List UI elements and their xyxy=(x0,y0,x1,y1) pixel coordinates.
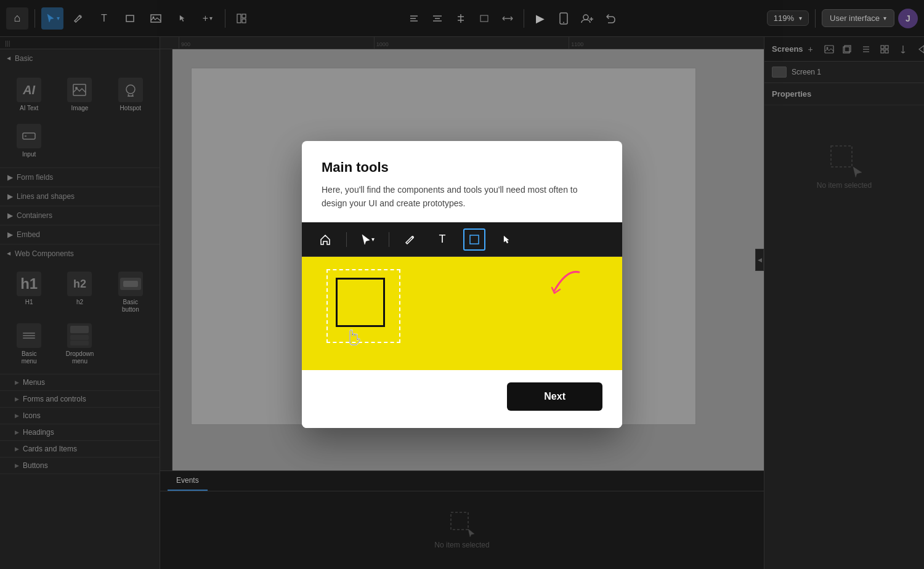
lines-shapes-header[interactable]: ▶ Lines and shapes xyxy=(0,187,160,206)
icons-item[interactable]: ▶ Icons xyxy=(0,408,160,424)
user-avatar[interactable]: J xyxy=(898,9,918,28)
mobile-preview-button[interactable] xyxy=(554,9,573,28)
web-components-label: Web Components xyxy=(15,249,74,258)
next-button[interactable]: Next xyxy=(507,382,602,411)
undo-button[interactable] xyxy=(601,9,620,28)
spread-button[interactable] xyxy=(498,9,517,28)
horizontal-ruler: 900 1000 1100 xyxy=(160,37,764,49)
properties-section: Properties No item selected xyxy=(764,83,924,569)
modal-demo-home-icon xyxy=(314,228,336,251)
more-icon xyxy=(917,45,924,54)
web-components-header[interactable]: ▾ Web Components xyxy=(0,244,160,263)
input-item[interactable]: Input xyxy=(5,119,53,163)
home-button[interactable]: ⌂ xyxy=(6,7,28,30)
more-screens-button[interactable] xyxy=(914,42,924,57)
svg-rect-40 xyxy=(881,46,884,49)
svg-rect-6 xyxy=(242,19,246,23)
forms-controls-label: Forms and controls xyxy=(23,395,86,403)
lines-shapes-section: ▶ Lines and shapes xyxy=(0,187,160,206)
pen-tool-button[interactable] xyxy=(67,7,89,30)
duplicate-screen-button[interactable] xyxy=(840,42,855,57)
toolbar-separator-3 xyxy=(524,9,524,28)
form-fields-label: Form fields xyxy=(17,173,53,182)
list-view-button[interactable] xyxy=(859,42,873,57)
play-button[interactable]: ▶ xyxy=(530,9,550,28)
h2-item[interactable]: h2 h2 xyxy=(55,268,103,317)
add-screen-button[interactable]: + xyxy=(803,42,818,57)
select-tool-button[interactable]: ▾ xyxy=(41,7,63,30)
modal-toolbar-sep1 xyxy=(346,232,347,247)
headings-item[interactable]: ▶ Headings xyxy=(0,424,160,440)
basic-button-icon xyxy=(118,272,143,296)
components-button[interactable] xyxy=(232,7,254,30)
modal-select-svg xyxy=(361,234,371,245)
forms-controls-item[interactable]: ▶ Forms and controls xyxy=(0,391,160,407)
btn-shape xyxy=(120,278,141,290)
forms-controls-section: ▶ Forms and controls xyxy=(0,391,160,408)
rect-tool-button[interactable] xyxy=(119,7,141,30)
add-tool-button[interactable]: + ▾ xyxy=(197,7,219,30)
properties-content: No item selected xyxy=(764,105,924,228)
menus-item[interactable]: ▶ Menus xyxy=(0,374,160,390)
distribute-v-button[interactable] xyxy=(451,9,471,28)
input-icon xyxy=(17,124,41,148)
align-right-icon xyxy=(479,14,490,23)
avatar-initial: J xyxy=(906,14,910,23)
hotspot-label: Hotspot xyxy=(120,105,141,111)
sort-button[interactable] xyxy=(896,42,910,57)
svg-point-29 xyxy=(126,85,135,94)
image-item[interactable]: Image xyxy=(55,73,103,116)
svg-point-34 xyxy=(826,47,828,49)
main-tools-modal[interactable]: Main tools Here, you'll find the compone… xyxy=(302,141,622,429)
embed-header[interactable]: ▶ Embed xyxy=(0,225,160,244)
distribute-v-icon xyxy=(455,14,466,23)
h1-item[interactable]: h1 H1 xyxy=(5,268,53,317)
ruler-mark-1000: 1000 xyxy=(374,37,569,49)
image-icon xyxy=(150,14,161,23)
align-left-button[interactable] xyxy=(404,9,424,28)
buttons-item[interactable]: ▶ Buttons xyxy=(0,458,160,474)
image-tool-button[interactable] xyxy=(145,7,167,30)
zoom-control[interactable]: 119% ▾ xyxy=(767,10,809,26)
lines-shapes-arrow: ▶ xyxy=(7,192,13,201)
form-fields-header[interactable]: ▶ Form fields xyxy=(0,168,160,187)
dropdown-menu-item[interactable]: Dropdownmenu xyxy=(55,320,103,369)
align-right-button[interactable] xyxy=(474,9,494,28)
hotspot-svg xyxy=(124,83,137,97)
svg-rect-46 xyxy=(470,235,479,244)
basic-section-header[interactable]: ▾ Basic xyxy=(0,49,160,68)
dropdown-menu-icon xyxy=(67,323,92,348)
modal-demo-area: ▾ T xyxy=(302,222,622,370)
ui-dropdown[interactable]: User interface ▾ xyxy=(822,9,894,27)
right-panel-collapse-button[interactable]: ◀ xyxy=(755,249,764,271)
screen-1-item[interactable]: Screen 1 xyxy=(764,62,924,83)
modal-demo-select-icon: ▾ xyxy=(357,228,379,251)
embed-section: ▶ Embed xyxy=(0,225,160,244)
buttons-arrow: ▶ xyxy=(15,462,19,469)
h2-label: h2 xyxy=(76,299,83,305)
svg-rect-44 xyxy=(831,146,852,167)
forms-controls-arrow: ▶ xyxy=(15,396,19,402)
add-user-button[interactable] xyxy=(577,9,597,28)
align-center-button[interactable] xyxy=(428,9,447,28)
ai-text-item[interactable]: AI AI Text xyxy=(5,73,53,116)
toolbar-separator-1 xyxy=(34,9,35,28)
headings-arrow: ▶ xyxy=(15,429,19,435)
modal-pen-svg xyxy=(405,234,416,245)
svg-rect-1 xyxy=(126,15,134,22)
collapse-icon: ◀ xyxy=(758,257,762,263)
image-item-label: Image xyxy=(71,105,89,111)
interaction-tool-button[interactable] xyxy=(171,7,193,30)
basic-menu-item[interactable]: Basicmenu xyxy=(5,320,53,369)
svg-rect-4 xyxy=(237,14,241,23)
hand-cursor-svg xyxy=(345,326,363,347)
containers-header[interactable]: ▶ Containers xyxy=(0,206,160,225)
add-image-screen-button[interactable] xyxy=(822,42,837,57)
basic-button-item[interactable]: Basicbutton xyxy=(107,268,155,317)
events-tab[interactable]: Events xyxy=(168,471,208,491)
cards-items-item[interactable]: ▶ Cards and Items xyxy=(0,441,160,457)
text-tool-button[interactable]: T xyxy=(93,7,115,30)
grid-view-button[interactable] xyxy=(877,42,892,57)
sidebar-ruler: ||| xyxy=(0,37,160,49)
hotspot-item[interactable]: Hotspot xyxy=(107,73,155,116)
